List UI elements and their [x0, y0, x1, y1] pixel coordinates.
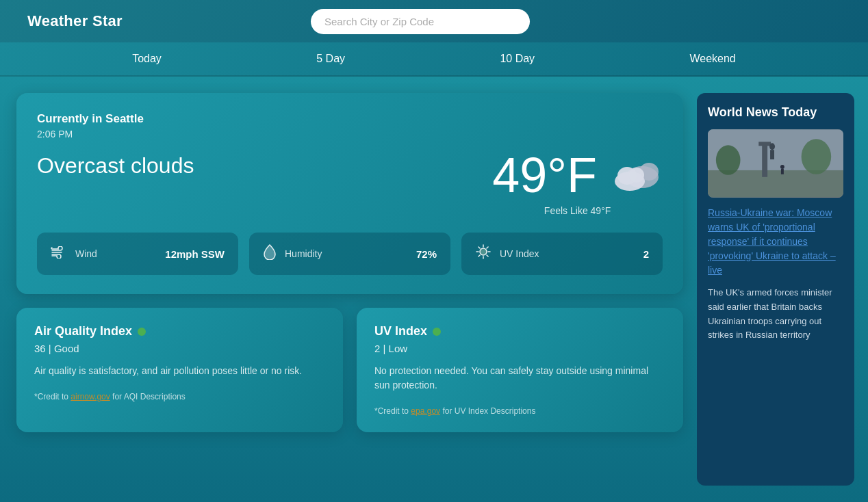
uv-value: 2: [643, 248, 649, 260]
humidity-stat: Humidity 72%: [249, 233, 450, 275]
current-weather-card: Currently in Seattle 2:06 PM Overcast cl…: [16, 93, 683, 294]
location-label: Currently in Seattle: [37, 112, 663, 126]
temp-icon-row: 49°F: [492, 150, 663, 200]
svg-point-22: [716, 145, 741, 175]
bottom-cards: Air Quality Index 36 | Good Air quality …: [16, 308, 683, 432]
humidity-value: 72%: [416, 248, 437, 260]
time-label: 2:06 PM: [37, 129, 663, 140]
svg-line-12: [487, 255, 488, 256]
svg-line-13: [487, 247, 488, 248]
uv-index-indicator: [433, 328, 441, 336]
news-article-body: The UK's armed forces minister said earl…: [708, 286, 843, 343]
svg-point-24: [780, 165, 784, 169]
wind-stat: Wind 12mph SSW: [37, 233, 238, 275]
search-container: [123, 9, 718, 34]
weather-description: Overcast clouds: [37, 153, 194, 179]
epa-link[interactable]: epa.gov: [411, 406, 440, 416]
uv-index-description: No protection needed. You can safely sta…: [374, 364, 665, 393]
main-content: Currently in Seattle 2:06 PM Overcast cl…: [0, 77, 868, 502]
nav-5day[interactable]: 5 Day: [303, 47, 359, 70]
svg-rect-21: [770, 150, 774, 159]
humidity-icon: [263, 243, 277, 264]
wind-value: 12mph SSW: [165, 248, 225, 260]
svg-point-6: [480, 248, 487, 255]
uv-index-header: UV Index: [374, 324, 665, 339]
svg-rect-25: [781, 169, 784, 174]
weather-main: Overcast clouds 49°F: [37, 150, 663, 216]
air-quality-card: Air Quality Index 36 | Good Air quality …: [16, 308, 343, 432]
svg-point-23: [802, 139, 832, 174]
uv-stat: UV Index 2: [461, 233, 663, 275]
nav-10day[interactable]: 10 Day: [486, 47, 548, 70]
uv-label: UV Index: [500, 248, 539, 259]
air-quality-title: Air Quality Index: [34, 324, 132, 339]
air-quality-credit: *Credit to airnow.gov for AQI Descriptio…: [34, 392, 325, 401]
app-title: Weather Star: [27, 12, 123, 30]
news-sidebar: World News Today: [697, 93, 854, 486]
weather-stats: Wind 12mph SSW Humidity 72%: [37, 233, 663, 275]
svg-point-20: [769, 143, 775, 150]
svg-rect-19: [758, 142, 771, 146]
temp-section: 49°F: [492, 150, 663, 216]
nav-today[interactable]: Today: [118, 47, 175, 70]
uv-index-value: 2 | Low: [374, 343, 665, 354]
uv-index-credit: *Credit to epa.gov for UV Index Descript…: [374, 406, 665, 416]
svg-line-11: [478, 247, 480, 248]
svg-point-4: [629, 168, 644, 183]
svg-line-14: [478, 255, 480, 256]
airnow-link[interactable]: airnow.gov: [71, 392, 110, 401]
uv-icon: [475, 243, 492, 264]
news-article-link[interactable]: Russia-Ukraine war: Moscow warns UK of '…: [708, 206, 843, 278]
svg-rect-18: [762, 143, 767, 176]
news-section-title: World News Today: [708, 105, 843, 120]
feels-like-label: Feels Like 49°F: [544, 205, 611, 216]
temperature: 49°F: [492, 150, 597, 200]
air-quality-indicator: [138, 328, 146, 336]
content-left: Currently in Seattle 2:06 PM Overcast cl…: [16, 93, 683, 486]
uv-index-card: UV Index 2 | Low No protection needed. Y…: [357, 308, 683, 432]
air-quality-value: 36 | Good: [34, 343, 325, 354]
nav-weekend[interactable]: Weekend: [676, 47, 749, 70]
wind-icon: [51, 245, 67, 263]
uv-index-title: UV Index: [374, 324, 427, 339]
wind-label: Wind: [75, 248, 97, 259]
main-nav: Today 5 Day 10 Day Weekend: [0, 42, 868, 77]
news-image-placeholder: [708, 129, 843, 198]
app-header: Weather Star: [0, 0, 868, 42]
search-input[interactable]: [311, 9, 530, 34]
news-image: [708, 129, 843, 198]
air-quality-header: Air Quality Index: [34, 324, 325, 339]
humidity-label: Humidity: [285, 248, 322, 259]
air-quality-description: Air quality is satisfactory, and air pol…: [34, 364, 325, 378]
cloud-icon: [608, 151, 663, 199]
